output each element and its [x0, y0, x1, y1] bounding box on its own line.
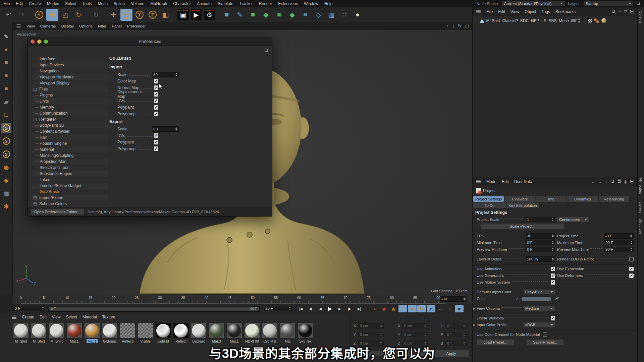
- light-button[interactable]: ●: [352, 9, 364, 21]
- search-icon[interactable]: [611, 9, 616, 14]
- timeline-layout-toggle[interactable]: ≣: [455, 305, 464, 312]
- search-icon[interactable]: [610, 179, 615, 184]
- deformer-button[interactable]: ◆: [286, 9, 298, 21]
- prefs-tree-item-sketch-and-toon[interactable]: Sketch and Toon: [32, 165, 108, 171]
- prefs-tree-item-houdini-engine[interactable]: Houdini Engine: [32, 140, 108, 146]
- tab-info[interactable]: Info: [536, 196, 567, 202]
- use-animation-checkbox[interactable]: ✓: [551, 267, 555, 271]
- prefs-tree-item-navigation[interactable]: Navigation: [32, 68, 108, 74]
- tab-cineware[interactable]: Cineware: [504, 196, 535, 202]
- material-item-mat-1[interactable]: Mat.1: [226, 323, 243, 343]
- prefs-tree-item-takes[interactable]: Takes: [32, 177, 108, 183]
- menu-modes[interactable]: Modes: [47, 1, 59, 6]
- spinner-arrows-icon[interactable]: [550, 248, 554, 251]
- tab-layers[interactable]: Layers: [639, 202, 643, 214]
- uvw-tag-icon[interactable]: [587, 18, 592, 23]
- use-generators-checkbox[interactable]: ✓: [551, 274, 555, 278]
- toggle-view-icon[interactable]: ▢: [465, 23, 469, 28]
- viewport-menu-display[interactable]: Display: [61, 24, 74, 28]
- load-preset-button[interactable]: Load Preset...: [477, 339, 514, 346]
- coord-rotation-b-input[interactable]: 0 °: [445, 341, 467, 346]
- centimeters-select[interactable]: Centimeters: [557, 217, 589, 222]
- filter-icon[interactable]: ▽: [624, 9, 627, 14]
- prefs-tree-item-viewport-hardware[interactable]: Viewport Hardware: [32, 74, 108, 80]
- camera-rotate-icon[interactable]: ↻: [458, 23, 462, 28]
- menu-select[interactable]: Select: [65, 1, 76, 6]
- coord-scale-y-input[interactable]: 0 cm: [402, 332, 428, 337]
- fps-spinner[interactable]: 30: [526, 233, 555, 239]
- material-tag-icon[interactable]: [594, 18, 599, 23]
- record-position-toggle[interactable]: +: [398, 305, 407, 312]
- axis-mode[interactable]: ∟: [1, 110, 11, 120]
- prev-key-button[interactable]: ◀|: [306, 305, 315, 312]
- spinner-arrows-icon[interactable]: [174, 127, 177, 131]
- spinner-arrows-icon[interactable]: [629, 234, 632, 238]
- record-parameter-toggle[interactable]: Ⓟ: [427, 305, 435, 312]
- preview-max-time-spinner[interactable]: 90 F: [604, 247, 634, 252]
- hamburger-icon[interactable]: [12, 315, 16, 318]
- view-clipping-select[interactable]: Medium: [523, 306, 555, 311]
- om-menu-view[interactable]: View: [511, 9, 519, 14]
- keyframe-selection-button[interactable]: ◉: [389, 305, 398, 312]
- prefs-tree-item-units[interactable]: Units: [32, 98, 108, 104]
- tab-structure[interactable]: Structure: [639, 219, 643, 234]
- polygroup-checkbox[interactable]: ✓: [154, 112, 158, 116]
- motion-mode[interactable]: ◉: [1, 162, 11, 172]
- generator-button[interactable]: ◆: [260, 9, 272, 21]
- material-item-gibounc[interactable]: GIBounc: [102, 323, 118, 343]
- coordinate-system-icon[interactable]: ◧: [160, 9, 172, 21]
- use-motion-system-checkbox[interactable]: ✓: [551, 280, 555, 285]
- object-name[interactable]: M_Shirt_ClassicP_BDC_NBP_LS_SBS_Mesh: [486, 18, 569, 23]
- mat-menu-edit[interactable]: Edit: [40, 315, 47, 319]
- prefs-tree-item-interface[interactable]: Interface: [32, 56, 108, 62]
- viewport-menu-panel[interactable]: Panel: [112, 24, 121, 28]
- uvs-checkbox[interactable]: ✓: [154, 99, 158, 103]
- menu-file[interactable]: File: [3, 1, 10, 6]
- move-tool[interactable]: +: [46, 9, 58, 21]
- material-item-visible[interactable]: Visible: [137, 323, 154, 343]
- sound-toggle[interactable]: ♪: [445, 305, 454, 312]
- om-menu-bookmarks[interactable]: Bookmarks: [555, 9, 576, 14]
- level-of-detail-spinner[interactable]: 100 %: [526, 256, 555, 262]
- add-panel-icon[interactable]: +: [630, 180, 634, 183]
- open-preferences-folder-button[interactable]: Open Preferences Folder...: [31, 208, 84, 215]
- record-scale-toggle[interactable]: ■: [408, 305, 417, 312]
- add-panel-icon[interactable]: +: [630, 10, 634, 13]
- tab-objects[interactable]: Objects: [639, 11, 643, 24]
- hair-mode[interactable]: ✱: [1, 201, 11, 212]
- menu-render[interactable]: Render: [259, 1, 272, 6]
- prefs-tree-item-modeling-sculpting[interactable]: Modeling/Sculpting: [32, 153, 108, 159]
- maximum-time-spinner[interactable]: 90 F: [604, 240, 634, 245]
- track-icon[interactable]: ◎: [624, 179, 627, 184]
- expand-icon[interactable]: +: [34, 196, 37, 199]
- uvs-checkbox[interactable]: ✓: [154, 133, 158, 138]
- viewport-menu-cameras[interactable]: Cameras: [40, 24, 56, 28]
- viewport-menu-options[interactable]: Options: [79, 24, 93, 28]
- material-item-m-shirt[interactable]: M_Shirt: [31, 323, 47, 343]
- save-preset-button[interactable]: Save Preset...: [526, 339, 564, 346]
- subdivision-surface-button[interactable]: ■: [247, 9, 259, 21]
- use-color-channel-for-node-material-checkbox[interactable]: [543, 333, 547, 337]
- normal-map-checkbox[interactable]: ✓: [154, 85, 158, 90]
- attr-menu-user-data[interactable]: User Data: [514, 179, 532, 184]
- material-item-mat-3[interactable]: Mat.3: [208, 323, 225, 343]
- expand-icon[interactable]: +: [34, 88, 37, 91]
- model-mode[interactable]: ■: [1, 58, 11, 68]
- coord-rotation-p-input[interactable]: 0 °: [445, 332, 467, 337]
- menu-mograph[interactable]: MoGraph: [150, 1, 167, 6]
- spinner-arrows-icon[interactable]: [629, 241, 632, 244]
- use-expression-checkbox[interactable]: ✓: [629, 267, 634, 271]
- menu-window[interactable]: Window: [304, 1, 318, 6]
- visibility-dots-icon[interactable]: [578, 18, 580, 23]
- uv-edit-mode[interactable]: S: [1, 149, 11, 159]
- history-forward-icon[interactable]: →: [598, 179, 602, 184]
- color-map-checkbox[interactable]: ✓: [154, 79, 158, 83]
- coord-scale-x-input[interactable]: 0 cm: [402, 323, 428, 328]
- coord-rotation-h-input[interactable]: 0 °: [445, 323, 467, 328]
- preview-range-track[interactable]: 0 F90 F: [48, 306, 260, 312]
- use-deformers-checkbox[interactable]: ✓: [629, 274, 634, 278]
- material-item-mat[interactable]: Mat: [279, 323, 296, 343]
- viewport-menu-filter[interactable]: Filter: [98, 24, 107, 28]
- material-item-m-shirt[interactable]: M_Shirt: [13, 323, 29, 343]
- prefs-tree-item-import-export[interactable]: +Import/Export: [32, 195, 108, 201]
